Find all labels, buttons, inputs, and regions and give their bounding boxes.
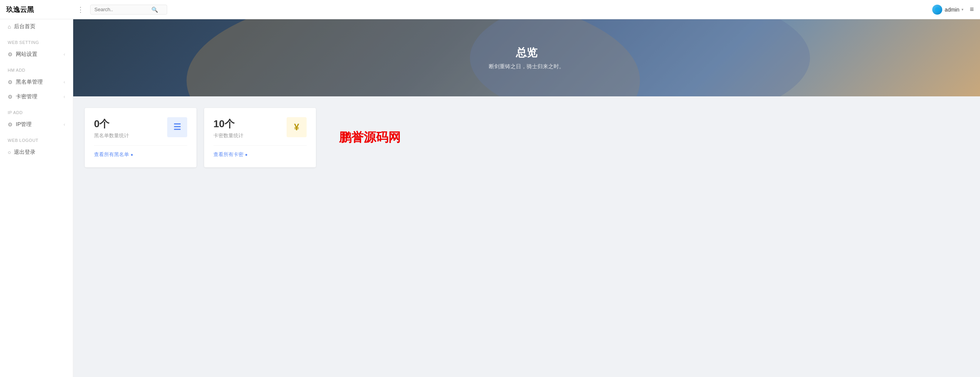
stat-label-cardkey: 卡密数量统计 <box>213 132 243 139</box>
user-menu[interactable]: 🌐 admin ▾ <box>932 5 963 15</box>
search-icon[interactable]: 🔍 <box>151 7 158 13</box>
list-icon: ☰ <box>173 123 181 131</box>
hero-banner: 总览 断剑重铸之日，骑士归来之时。 <box>73 19 980 96</box>
stat-info-cardkey: 10个 卡密数量统计 <box>213 117 243 139</box>
header-center: ⋮ 🔍 <box>76 4 932 15</box>
sidebar-item-blacklist[interactable]: ⚙ 黑名单管理 ‹ <box>0 75 73 89</box>
cards-row: 0个 黑名单数量统计 ☰ 查看所有黑名单 ● <box>85 108 968 167</box>
user-name: admin <box>945 7 959 13</box>
watermark-text: 鹏誉源码网 <box>339 129 401 146</box>
section-label-logout: WEB LOGOUT <box>0 132 73 145</box>
search-box: 🔍 <box>90 5 167 15</box>
top-header: 玖逸云黑 ⋮ 🔍 🌐 admin ▾ ≡ <box>0 0 980 19</box>
stat-link-text-blacklist: 查看所有黑名单 <box>94 151 129 158</box>
power-icon: ○ <box>8 149 11 155</box>
section-label-hm-add: HM ADD <box>0 62 73 75</box>
dashboard-content: 0个 黑名单数量统计 ☰ 查看所有黑名单 ● <box>73 96 980 377</box>
stat-icon-cardkey: ¥ <box>287 117 307 137</box>
sidebar-label-ip: IP管理 <box>16 121 60 128</box>
hero-title: 总览 <box>516 45 537 60</box>
sidebar-label-blacklist: 黑名单管理 <box>16 79 60 86</box>
stat-card-blacklist: 0个 黑名单数量统计 ☰ 查看所有黑名单 ● <box>85 108 196 167</box>
header-dots-icon[interactable]: ⋮ <box>76 4 86 15</box>
hamburger-menu-icon[interactable]: ≡ <box>970 5 974 13</box>
stat-label-blacklist: 黑名单数量统计 <box>94 132 129 139</box>
sidebar-label-card: 卡密管理 <box>16 93 60 100</box>
chevron-left-icon-blacklist: ‹ <box>64 79 65 85</box>
section-label-web-setting: WEB SETTING <box>0 34 73 47</box>
hero-subtitle: 断剑重铸之日，骑士归来之时。 <box>489 63 564 70</box>
chevron-left-icon-card: ‹ <box>64 94 65 99</box>
gear-icon-ip: ⚙ <box>8 121 13 128</box>
section-label-ip-add: IP ADD <box>0 104 73 117</box>
search-input[interactable] <box>94 7 148 12</box>
stat-card-top-cardkey: 10个 卡密数量统计 ¥ <box>213 117 307 139</box>
sidebar-item-web-setting[interactable]: ⚙ 网站设置 ‹ <box>0 47 73 62</box>
sidebar: ⌂ 后台首页 WEB SETTING ⚙ 网站设置 ‹ HM ADD ⚙ 黑名单… <box>0 19 73 377</box>
sidebar-item-ip[interactable]: ⚙ IP管理 ‹ <box>0 117 73 132</box>
chevron-down-icon: ▾ <box>962 7 963 12</box>
sidebar-item-home[interactable]: ⌂ 后台首页 <box>0 19 73 34</box>
watermark: 鹏誉源码网 <box>339 129 401 146</box>
home-icon: ⌂ <box>8 24 11 30</box>
sidebar-label-logout: 退出登录 <box>14 149 65 156</box>
header-right: 🌐 admin ▾ ≡ <box>932 5 974 15</box>
sidebar-label-web-setting: 网站设置 <box>16 51 60 58</box>
stat-link-cardkey[interactable]: 查看所有卡密 ● <box>213 145 307 158</box>
stat-link-blacklist[interactable]: 查看所有黑名单 ● <box>94 145 187 158</box>
gear-icon-blacklist: ⚙ <box>8 79 13 85</box>
sidebar-item-card[interactable]: ⚙ 卡密管理 ‹ <box>0 89 73 104</box>
stat-card-top-blacklist: 0个 黑名单数量统计 ☰ <box>94 117 187 139</box>
stat-link-text-cardkey: 查看所有卡密 <box>213 151 243 158</box>
main-content: 总览 断剑重铸之日，骑士归来之时。 0个 黑名单数量统计 ☰ <box>73 19 980 377</box>
stat-icon-blacklist: ☰ <box>167 117 187 137</box>
stat-card-cardkey: 10个 卡密数量统计 ¥ 查看所有卡密 ● <box>204 108 316 167</box>
stat-number-cardkey: 10个 <box>213 117 243 131</box>
arrow-right-icon-blacklist: ● <box>131 152 133 157</box>
app-logo: 玖逸云黑 <box>6 5 76 14</box>
stat-info-blacklist: 0个 黑名单数量统计 <box>94 117 129 139</box>
chevron-left-icon-ip: ‹ <box>64 122 65 127</box>
layout: ⌂ 后台首页 WEB SETTING ⚙ 网站设置 ‹ HM ADD ⚙ 黑名单… <box>0 19 980 377</box>
chevron-left-icon: ‹ <box>64 52 65 57</box>
gear-icon-card: ⚙ <box>8 94 13 100</box>
sidebar-item-logout[interactable]: ○ 退出登录 <box>0 145 73 160</box>
arrow-right-icon-cardkey: ● <box>245 152 248 157</box>
stat-number-blacklist: 0个 <box>94 117 129 131</box>
gear-icon: ⚙ <box>8 51 13 57</box>
sidebar-label-home: 后台首页 <box>14 23 65 30</box>
yen-icon: ¥ <box>294 122 299 133</box>
avatar: 🌐 <box>932 5 942 15</box>
